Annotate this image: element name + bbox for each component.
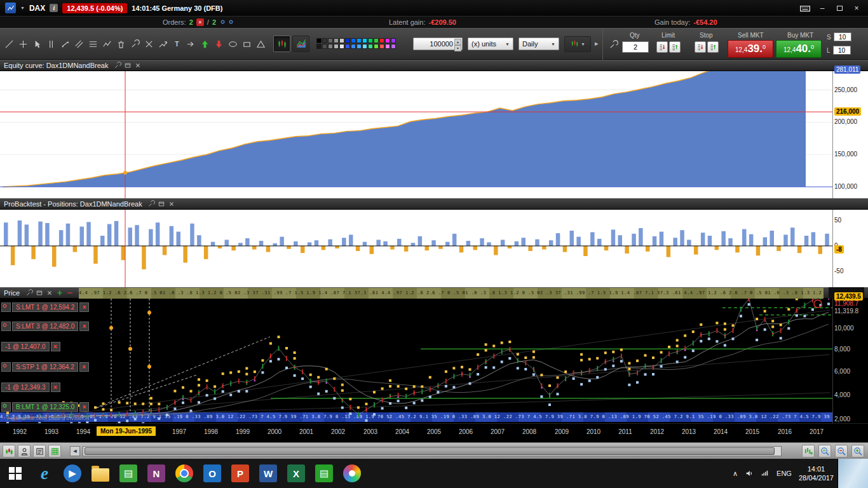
language-indicator[interactable]: ENG — [776, 470, 792, 477]
price-candlestick-chart[interactable] — [0, 299, 832, 423]
color-swatch[interactable] — [379, 44, 384, 49]
taskbar-excel[interactable]: X — [282, 459, 310, 488]
taskbar-start[interactable] — [0, 459, 31, 488]
instrument-name[interactable]: DAX — [29, 4, 45, 13]
taskbar-outlook[interactable]: O — [198, 459, 226, 488]
instrument-dropdown-caret[interactable]: ▼ — [20, 6, 25, 10]
color-swatch[interactable] — [339, 38, 344, 43]
color-swatch[interactable] — [385, 44, 390, 49]
gear-icon[interactable] — [227, 18, 234, 27]
cancel-order-button[interactable]: × — [51, 342, 60, 351]
color-swatch[interactable] — [385, 38, 390, 43]
channel-tool[interactable] — [72, 36, 86, 52]
trash-tool[interactable] — [114, 36, 128, 52]
plus-icon[interactable] — [55, 289, 64, 297]
pointer-tool[interactable] — [31, 36, 44, 52]
taskbar-word[interactable]: W — [254, 459, 282, 488]
taskbar-internet-explorer[interactable]: e — [31, 459, 58, 488]
taskbar-app-green-2[interactable]: ▤ — [310, 459, 338, 488]
chart-add-button[interactable] — [802, 445, 815, 458]
restore-button[interactable] — [833, 3, 846, 13]
color-swatch[interactable] — [356, 44, 362, 49]
minus-icon[interactable] — [65, 289, 74, 297]
taskbar-app-green[interactable]: ▤ — [114, 459, 142, 488]
news-list-button[interactable] — [33, 445, 46, 458]
color-swatch[interactable] — [374, 38, 379, 43]
sell-limit-button[interactable] — [656, 41, 668, 53]
color-swatch[interactable] — [322, 44, 327, 49]
color-swatch[interactable] — [334, 44, 339, 49]
color-swatch[interactable] — [368, 38, 373, 43]
chart-style-area-button[interactable] — [292, 36, 309, 52]
quantity-spin-arrows[interactable]: ▲▼ — [454, 39, 461, 49]
ellipse-tool[interactable] — [226, 36, 240, 52]
taskbar-media-player[interactable]: ▶ — [58, 459, 86, 488]
close-icon[interactable] — [168, 200, 176, 208]
network-icon[interactable] — [761, 469, 770, 478]
order-label[interactable]: B:LMT 1 @ 12,325.0 — [12, 402, 78, 412]
color-swatch[interactable] — [362, 38, 367, 43]
zoom-in-button[interactable] — [851, 445, 864, 458]
segment-tool[interactable] — [58, 36, 72, 52]
chart-candles-button[interactable] — [3, 445, 15, 458]
minimize-button[interactable]: – — [816, 3, 829, 13]
sell-stop-button[interactable] — [695, 41, 706, 53]
wrench-icon[interactable] — [147, 200, 156, 208]
close-button[interactable]: × — [850, 3, 863, 13]
h-scrollbar-thumb[interactable] — [85, 447, 775, 455]
color-swatch[interactable] — [368, 44, 373, 49]
positions-chart-area[interactable] — [0, 210, 832, 287]
order-settings-icon[interactable] — [1, 362, 11, 372]
wrench-tool[interactable] — [128, 36, 142, 52]
buy-limit-button[interactable] — [669, 41, 681, 53]
ticket-settings-wrench-icon[interactable] — [607, 38, 620, 51]
crosshair-tool[interactable] — [17, 36, 30, 52]
vertical-lines-tool[interactable] — [44, 36, 58, 52]
table-green-button[interactable] — [48, 445, 61, 458]
arrow-right-tool[interactable] — [184, 36, 198, 52]
window-icon[interactable] — [123, 62, 132, 70]
window-icon[interactable] — [158, 200, 166, 208]
zigzag-arrow-tool[interactable] — [156, 36, 170, 52]
color-swatch[interactable] — [316, 44, 322, 49]
taskbar-onenote[interactable]: N — [142, 459, 170, 488]
sell-market-button[interactable]: 12,4 39. 0 — [728, 40, 773, 58]
cancel-order-button[interactable]: × — [79, 302, 89, 312]
order-settings-icon[interactable] — [1, 402, 11, 412]
volume-icon[interactable] — [745, 469, 754, 478]
zoom-chart-button[interactable] — [818, 445, 831, 458]
cancel-order-button[interactable]: × — [79, 322, 89, 331]
limit-distance-input[interactable]: 10 — [833, 46, 851, 55]
buy-stop-button[interactable] — [707, 41, 719, 53]
color-swatch[interactable] — [391, 44, 396, 49]
arrow-down-tool[interactable] — [212, 36, 226, 52]
color-swatch[interactable] — [328, 44, 333, 49]
order-settings-icon[interactable] — [1, 322, 11, 331]
taskbar-paint[interactable] — [338, 459, 366, 488]
chart-style-candles-button[interactable] — [273, 36, 290, 52]
equity-curve-chart[interactable] — [0, 71, 832, 198]
wrench-icon[interactable] — [113, 62, 121, 70]
keyboard-icon[interactable] — [799, 3, 811, 13]
color-swatch[interactable] — [362, 44, 367, 49]
units-select[interactable]: (x) units ▼ — [468, 37, 513, 50]
arrow-up-tool[interactable] — [198, 36, 212, 52]
buy-market-button[interactable]: 12,4 40. 0 — [776, 40, 822, 58]
color-swatch[interactable] — [374, 44, 379, 49]
order-label[interactable]: S:STP 1 @ 12,364.2 — [12, 362, 78, 372]
color-swatch[interactable] — [391, 38, 396, 43]
rectangle-tool[interactable] — [240, 36, 254, 52]
h-scrollbar-track[interactable] — [83, 446, 782, 456]
color-swatch[interactable] — [322, 38, 327, 43]
order-settings-icon[interactable] — [1, 302, 11, 312]
order-label[interactable]: -1 @ 12,407.0 — [1, 342, 50, 351]
close-icon[interactable] — [133, 62, 142, 70]
zoom-out-button[interactable] — [835, 445, 848, 458]
color-swatch[interactable] — [334, 38, 339, 43]
gear-icon[interactable] — [219, 18, 226, 27]
color-swatch[interactable] — [351, 44, 356, 49]
color-swatch[interactable] — [379, 38, 384, 43]
order-label[interactable]: -1 @ 12,349.3 — [1, 383, 50, 392]
taskbar-file-explorer[interactable] — [86, 459, 114, 488]
quantity-stepper[interactable]: 100000 ▲▼ — [413, 37, 463, 50]
